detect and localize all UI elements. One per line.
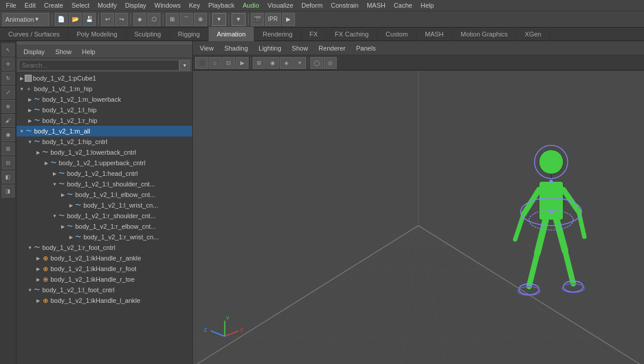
- tree-item[interactable]: ▶⊕body_1_v2_1:ikHandle_r_ankle: [16, 253, 192, 263]
- tree-item[interactable]: ▶⊕body_1_v2_1:ikHandle_r_toe: [16, 274, 192, 285]
- tree-expand-icon[interactable]: ▼: [27, 287, 33, 293]
- viewport-menu-renderer[interactable]: Renderer: [314, 44, 350, 53]
- tree-expand-icon[interactable]: ▼: [52, 181, 58, 187]
- tree-expand-icon[interactable]: ▶: [35, 255, 41, 261]
- no-live-surface-btn[interactable]: ▾: [212, 13, 226, 26]
- viewport-menu-lighting[interactable]: Lighting: [254, 44, 286, 53]
- tree-item[interactable]: ▼〜body_1_v2_1:l_shoulder_cnt...: [16, 179, 192, 189]
- viewport-menu-panels[interactable]: Panels: [351, 44, 381, 53]
- tab-fx[interactable]: FX: [301, 27, 327, 41]
- rotate-tool-btn[interactable]: ↻: [2, 72, 15, 85]
- viewport-menu-show[interactable]: Show: [287, 44, 313, 53]
- menu-constrain[interactable]: Constrain: [327, 1, 362, 9]
- menu-display[interactable]: Display: [122, 1, 150, 9]
- menu-select[interactable]: Select: [68, 1, 93, 9]
- tree-expand-icon[interactable]: ▶: [43, 160, 49, 166]
- vp-isolate-btn[interactable]: ◯: [310, 57, 323, 69]
- viewport-canvas[interactable]: X Y Z: [193, 71, 644, 364]
- render-btn[interactable]: ▶: [282, 13, 295, 26]
- paint-tool-btn[interactable]: 🖌: [2, 114, 15, 127]
- menu-file[interactable]: File: [2, 1, 20, 9]
- tree-expand-icon[interactable]: ▼: [19, 128, 25, 134]
- snap-point-btn[interactable]: ⊕: [194, 13, 207, 26]
- vp-camera-btn[interactable]: 🎥: [195, 57, 208, 69]
- tree-item[interactable]: ▶⊕body_1_v2_1:ikHandle_r_foot: [16, 263, 192, 274]
- menu-create[interactable]: Create: [41, 1, 67, 9]
- symmetry-btn[interactable]: ▾: [232, 13, 246, 26]
- tree-item[interactable]: ▶〜body_1_v2_1:l_wrist_cn...: [16, 200, 192, 211]
- vp-select-btn[interactable]: ▶: [236, 57, 249, 69]
- tab-sculpting[interactable]: Sculpting: [126, 27, 170, 41]
- vp-light-btn[interactable]: ☀: [293, 57, 306, 69]
- tree-expand-icon[interactable]: ▼: [27, 139, 33, 145]
- menu-help[interactable]: Help: [417, 1, 438, 9]
- lasso-btn[interactable]: ⬡: [147, 13, 160, 26]
- vp-texture-btn[interactable]: ◈: [280, 57, 293, 69]
- tree-item[interactable]: ▶〜body_1_v2_1:r_hip: [16, 115, 192, 126]
- menu-audio[interactable]: Audio: [239, 1, 263, 9]
- tree-item[interactable]: ▶〜body_1_v2_1:m_lowerback: [16, 94, 192, 105]
- snap-curve-btn[interactable]: ⌒: [180, 13, 193, 26]
- tree-expand-icon[interactable]: ▶: [68, 202, 74, 208]
- tab-xgen[interactable]: XGen: [516, 27, 550, 41]
- menu-key[interactable]: Key: [185, 1, 203, 9]
- tree-item[interactable]: ▼+body_1_v2_1:m_hip: [16, 84, 192, 94]
- workspace-dropdown[interactable]: Animation ▾: [2, 13, 49, 26]
- tree-item[interactable]: ▶〜body_1_v2_1:upperback_cntrl: [16, 158, 192, 168]
- tree-item[interactable]: ▼〜body_1_v2_1:m_all: [16, 126, 192, 136]
- search-options-btn[interactable]: ▾: [179, 60, 190, 71]
- tab-poly-modeling[interactable]: Poly Modeling: [68, 27, 126, 41]
- new-file-btn[interactable]: 📄: [55, 13, 68, 26]
- menu-mash[interactable]: MASH: [363, 1, 389, 9]
- grid-btn[interactable]: ⊟: [2, 156, 15, 169]
- tab-animation[interactable]: Animation: [209, 27, 254, 41]
- scale-tool-btn[interactable]: ⤢: [2, 86, 15, 99]
- tree-item[interactable]: ▶⊕body_1_v2_1:ikHandle_l_ankle: [16, 295, 192, 306]
- menu-playback[interactable]: Playback: [204, 1, 238, 9]
- tree-expand-icon[interactable]: ▶: [60, 223, 66, 229]
- tree-item[interactable]: ▶body_1_v2_1:pCube1: [16, 73, 192, 84]
- menu-edit[interactable]: Edit: [21, 1, 39, 9]
- tree-expand-icon[interactable]: ▶: [35, 266, 41, 272]
- tree-item[interactable]: ▼〜body_1_v2_1:r_shoulder_cnt...: [16, 211, 192, 221]
- tab-curves-surfaces[interactable]: Curves / Surfaces: [0, 27, 68, 41]
- tree-expand-icon[interactable]: ▶: [68, 234, 74, 240]
- vp-wireframe-btn[interactable]: ⊞: [253, 57, 266, 69]
- tree-expand-icon[interactable]: ▶: [35, 298, 41, 303]
- select-btn[interactable]: ◈: [133, 13, 146, 26]
- tree-item[interactable]: ▼〜body_1_v2_1:hip_cntrl: [16, 136, 192, 147]
- tab-motion-graphics[interactable]: Motion Graphics: [452, 27, 516, 41]
- menu-deform[interactable]: Deform: [298, 1, 326, 9]
- tree-item[interactable]: ▶〜body_1_v2_1:r_wrist_cn...: [16, 232, 192, 242]
- tab-rigging[interactable]: Rigging: [170, 27, 209, 41]
- tree-expand-icon[interactable]: ▼: [27, 245, 33, 251]
- outliner-menu-show[interactable]: Show: [51, 47, 76, 56]
- soft-select-btn[interactable]: ◉: [2, 128, 15, 141]
- tree-expand-icon[interactable]: ▶: [27, 107, 33, 113]
- tree-expand-icon[interactable]: ▶: [35, 149, 41, 155]
- menu-cache[interactable]: Cache: [390, 1, 416, 9]
- vp-smooth-btn[interactable]: ◉: [266, 57, 279, 69]
- tree-item[interactable]: ▶〜body_1_v2_1:l_hip: [16, 105, 192, 115]
- tree-item[interactable]: ▶〜body_1_v2_1:l_elbow_cnt...: [16, 189, 192, 200]
- tree-expand-icon[interactable]: ▶: [19, 75, 25, 81]
- undo-btn[interactable]: ↩: [101, 13, 114, 26]
- vp-fit-btn[interactable]: ⊡: [222, 57, 235, 69]
- search-input[interactable]: [19, 60, 179, 71]
- viewport-menu-shading[interactable]: Shading: [220, 44, 253, 53]
- tab-custom[interactable]: Custom: [377, 27, 417, 41]
- vp-xray-btn[interactable]: ◎: [324, 57, 337, 69]
- tree-expand-icon[interactable]: ▼: [52, 213, 58, 219]
- save-btn[interactable]: 💾: [83, 13, 96, 26]
- tree-expand-icon[interactable]: ▶: [27, 118, 33, 123]
- tree-expand-icon[interactable]: ▶: [52, 171, 58, 176]
- tool2-btn[interactable]: ◨: [2, 185, 15, 198]
- tree-item[interactable]: ▶〜body_1_v2_1:r_elbow_cnt...: [16, 221, 192, 232]
- tab-rendering[interactable]: Rendering: [254, 27, 301, 41]
- outliner-menu-help[interactable]: Help: [78, 47, 100, 56]
- tree-item[interactable]: ▶〜body_1_v2_1:head_cntrl: [16, 168, 192, 179]
- snap-btn[interactable]: ⊞: [2, 142, 15, 155]
- tab-mash[interactable]: MASH: [417, 27, 452, 41]
- tree-expand-icon[interactable]: ▼: [19, 86, 25, 92]
- redo-btn[interactable]: ↪: [115, 13, 128, 26]
